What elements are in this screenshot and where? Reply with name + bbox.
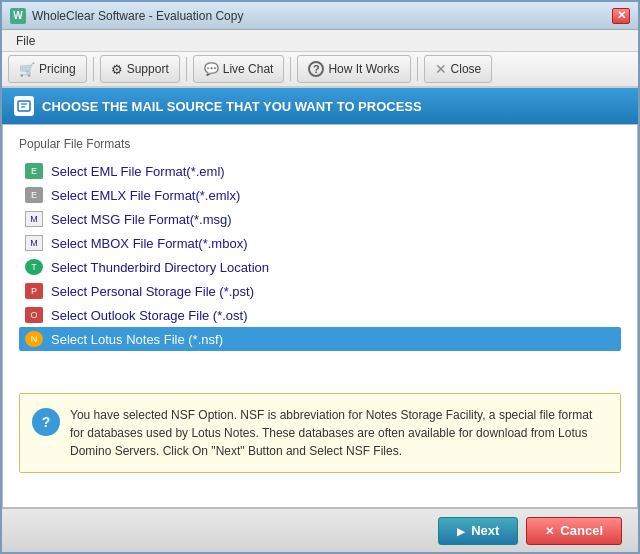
pst-label: Select Personal Storage File (*.pst) bbox=[51, 284, 254, 299]
toolbar-separator-2 bbox=[186, 57, 187, 81]
app-icon: W bbox=[10, 8, 26, 24]
popular-formats-label: Popular File Formats bbox=[19, 137, 621, 151]
support-button[interactable]: Support bbox=[100, 55, 180, 83]
thunderbird-icon: T bbox=[25, 259, 43, 275]
section-header-text: CHOOSE THE MAIL SOURCE THAT YOU WANT TO … bbox=[42, 99, 422, 114]
thunderbird-label: Select Thunderbird Directory Location bbox=[51, 260, 269, 275]
section-header: CHOOSE THE MAIL SOURCE THAT YOU WANT TO … bbox=[2, 88, 638, 124]
chat-icon bbox=[204, 62, 219, 76]
cancel-x-icon bbox=[545, 523, 554, 538]
msg-option[interactable]: M Select MSG File Format(*.msg) bbox=[19, 207, 621, 231]
nsf-label: Select Lotus Notes File (*.nsf) bbox=[51, 332, 223, 347]
cancel-button[interactable]: Cancel bbox=[526, 517, 622, 545]
how-it-works-label: How It Works bbox=[328, 62, 399, 76]
cancel-label: Cancel bbox=[560, 523, 603, 538]
bottom-bar: Next Cancel bbox=[2, 508, 638, 552]
info-box-text: You have selected NSF Option. NSF is abb… bbox=[70, 406, 608, 460]
emlx-label: Select EMLX File Format(*.emlx) bbox=[51, 188, 240, 203]
eml-label: Select EML File Format(*.eml) bbox=[51, 164, 225, 179]
support-icon bbox=[111, 62, 123, 77]
thunderbird-option[interactable]: T Select Thunderbird Directory Location bbox=[19, 255, 621, 279]
app-window: W WholeClear Software - Evaluation Copy … bbox=[0, 0, 640, 554]
menu-file[interactable]: File bbox=[8, 32, 43, 50]
toolbar-separator-4 bbox=[417, 57, 418, 81]
eml-icon: E bbox=[25, 163, 43, 179]
close-label: Close bbox=[451, 62, 482, 76]
emlx-option[interactable]: E Select EMLX File Format(*.emlx) bbox=[19, 183, 621, 207]
ost-icon: O bbox=[25, 307, 43, 323]
msg-label: Select MSG File Format(*.msg) bbox=[51, 212, 232, 227]
toolbar-separator-3 bbox=[290, 57, 291, 81]
toolbar-separator-1 bbox=[93, 57, 94, 81]
cart-icon bbox=[19, 62, 35, 77]
pricing-label: Pricing bbox=[39, 62, 76, 76]
msg-icon: M bbox=[25, 211, 43, 227]
next-label: Next bbox=[471, 523, 499, 538]
eml-option[interactable]: E Select EML File Format(*.eml) bbox=[19, 159, 621, 183]
support-label: Support bbox=[127, 62, 169, 76]
question-icon: ? bbox=[308, 61, 324, 77]
pst-option[interactable]: P Select Personal Storage File (*.pst) bbox=[19, 279, 621, 303]
window-title: WholeClear Software - Evaluation Copy bbox=[32, 9, 612, 23]
section-header-icon bbox=[14, 96, 34, 116]
nsf-option[interactable]: N Select Lotus Notes File (*.nsf) bbox=[19, 327, 621, 351]
pricing-button[interactable]: Pricing bbox=[8, 55, 87, 83]
live-chat-label: Live Chat bbox=[223, 62, 274, 76]
info-box: ? You have selected NSF Option. NSF is a… bbox=[19, 393, 621, 473]
pst-icon: P bbox=[25, 283, 43, 299]
title-bar: W WholeClear Software - Evaluation Copy … bbox=[2, 2, 638, 30]
close-button[interactable]: ✕ Close bbox=[424, 55, 493, 83]
menu-bar: File bbox=[2, 30, 638, 52]
file-list-area: Popular File Formats E Select EML File F… bbox=[3, 125, 637, 385]
window-close-button[interactable]: ✕ bbox=[612, 8, 630, 24]
emlx-icon: E bbox=[25, 187, 43, 203]
next-button[interactable]: Next bbox=[438, 517, 518, 545]
ost-option[interactable]: O Select Outlook Storage File (*.ost) bbox=[19, 303, 621, 327]
nsf-icon: N bbox=[25, 331, 43, 347]
ost-label: Select Outlook Storage File (*.ost) bbox=[51, 308, 248, 323]
next-play-icon bbox=[457, 523, 465, 538]
close-x-icon: ✕ bbox=[435, 61, 447, 77]
how-it-works-button[interactable]: ? How It Works bbox=[297, 55, 410, 83]
live-chat-button[interactable]: Live Chat bbox=[193, 55, 285, 83]
mbox-icon: M bbox=[25, 235, 43, 251]
info-icon: ? bbox=[32, 408, 60, 436]
svg-rect-0 bbox=[18, 101, 30, 111]
main-content: Popular File Formats E Select EML File F… bbox=[2, 124, 638, 508]
mbox-option[interactable]: M Select MBOX File Format(*.mbox) bbox=[19, 231, 621, 255]
mbox-label: Select MBOX File Format(*.mbox) bbox=[51, 236, 248, 251]
toolbar: Pricing Support Live Chat ? How It Works… bbox=[2, 52, 638, 88]
